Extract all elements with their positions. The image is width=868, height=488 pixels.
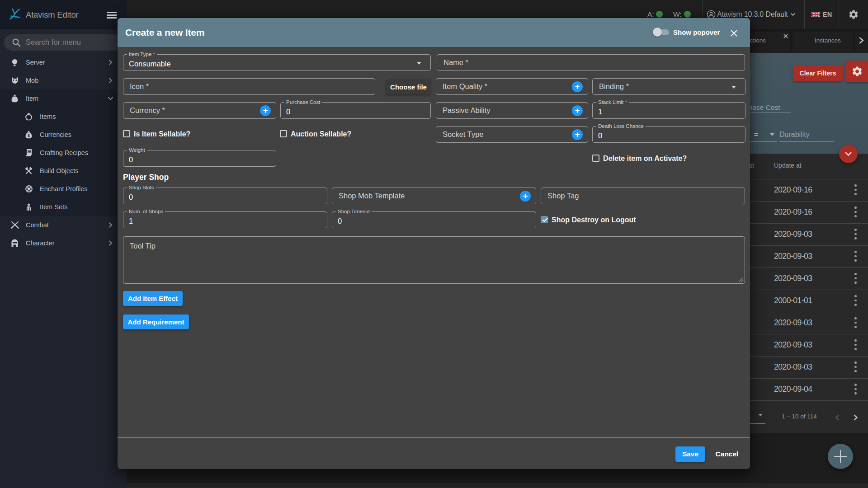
- svg-text:$: $: [28, 133, 30, 138]
